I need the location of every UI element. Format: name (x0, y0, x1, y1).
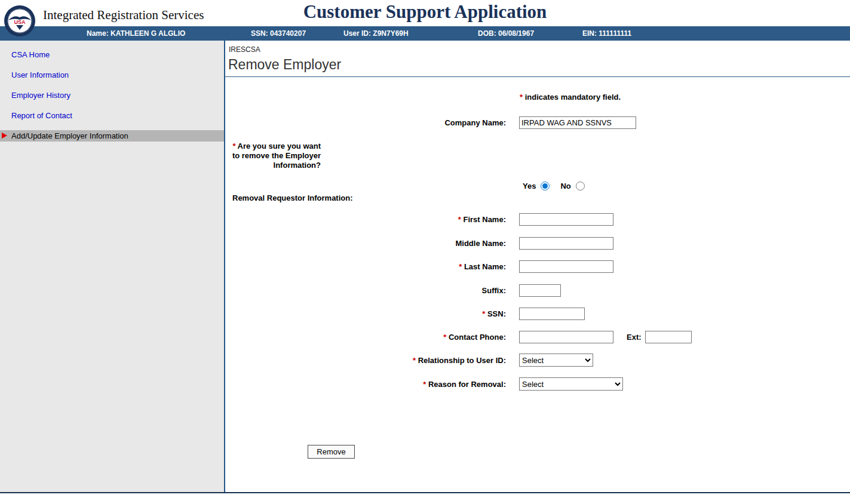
seal-usa-text: USA (14, 19, 26, 25)
company-name-row: Company Name: (225, 116, 636, 129)
info-ssn: SSN: 043740207 (251, 26, 306, 41)
sidebar: CSA Home User Information Employer Histo… (0, 41, 225, 492)
no-label: No (560, 182, 570, 190)
main-content: IRESCSA Remove Employer * indicates mand… (225, 41, 850, 492)
first-name-row: * First Name: (225, 213, 613, 226)
app-code: IRESCSA (229, 45, 260, 54)
no-radio[interactable] (576, 182, 585, 190)
yes-label: Yes (523, 182, 536, 190)
first-name-input[interactable] (519, 213, 613, 226)
relationship-label: * Relationship to User ID: (225, 356, 506, 365)
middle-name-input[interactable] (519, 237, 613, 250)
required-asterisk: * (482, 309, 485, 318)
required-asterisk: * (443, 333, 446, 342)
info-user-id: User ID: Z9N7Y69H (343, 26, 409, 41)
last-name-input[interactable] (519, 260, 613, 273)
sidebar-item-user-information[interactable]: User Information (0, 69, 224, 81)
yes-radio[interactable] (541, 182, 550, 190)
user-info-bar: Name: KATHLEEN G ALGLIO SSN: 043740207 U… (0, 26, 850, 41)
last-name-label: * Last Name: (225, 262, 506, 271)
required-asterisk: * (413, 356, 416, 365)
info-ein: EIN: 111111111 (582, 26, 631, 41)
sidebar-item-report-of-contact[interactable]: Report of Contact (0, 110, 224, 121)
sidebar-item-csa-home[interactable]: CSA Home (0, 49, 224, 60)
required-asterisk: * (232, 142, 235, 150)
info-name: Name: KATHLEEN G ALGLIO (87, 26, 185, 41)
requestor-section-heading: Removal Requestor Information: (232, 193, 353, 202)
ssn-label: * SSN: (225, 309, 506, 318)
suffix-label: Suffix: (225, 286, 506, 295)
suffix-row: Suffix: (225, 284, 561, 297)
relationship-select[interactable]: Select (519, 354, 593, 367)
middle-name-label: Middle Name: (225, 239, 506, 248)
required-asterisk: * (423, 380, 426, 389)
suffix-input[interactable] (519, 284, 561, 297)
reason-select[interactable]: Select (519, 377, 623, 391)
ext-input[interactable] (645, 331, 692, 343)
contact-phone-row: * Contact Phone: Ext: (225, 330, 692, 343)
sidebar-item-add-update-employer-information[interactable]: Add/Update Employer Information (0, 130, 224, 142)
ssa-seal-icon: USA (4, 5, 36, 37)
top-header: USA Integrated Registration Services Cus… (0, 0, 850, 26)
mandatory-note: * indicates mandatory field. (520, 93, 621, 102)
sidebar-item-employer-history[interactable]: Employer History (0, 90, 224, 101)
info-dob: DOB: 06/08/1967 (478, 26, 534, 41)
ssn-row: * SSN: (225, 307, 585, 320)
contact-phone-input[interactable] (519, 331, 613, 343)
confirm-question: * Are you sure you want to remove the Em… (231, 142, 321, 170)
relationship-row: * Relationship to User ID: Select (225, 354, 593, 367)
contact-phone-label: * Contact Phone: (225, 333, 506, 342)
ssn-input[interactable] (519, 308, 585, 320)
middle-name-row: Middle Name: (225, 236, 613, 250)
first-name-label: * First Name: (225, 215, 506, 224)
ext-label: Ext: (627, 333, 642, 342)
reason-label: * Reason for Removal: (225, 380, 506, 389)
required-asterisk: * (459, 262, 462, 271)
company-name-label: Company Name: (225, 118, 506, 127)
reason-row: * Reason for Removal: Select (225, 377, 623, 391)
remove-button[interactable]: Remove (308, 445, 355, 459)
active-item-arrow-icon (2, 133, 7, 139)
page-title: Remove Employer (228, 57, 341, 73)
org-name: Integrated Registration Services (43, 8, 204, 23)
required-asterisk: * (458, 215, 461, 224)
title-divider (225, 76, 850, 77)
company-name-input[interactable] (519, 116, 636, 129)
required-asterisk: * (520, 93, 523, 102)
confirm-radio-group: Yes No (523, 182, 585, 190)
last-name-row: * Last Name: (225, 260, 613, 273)
